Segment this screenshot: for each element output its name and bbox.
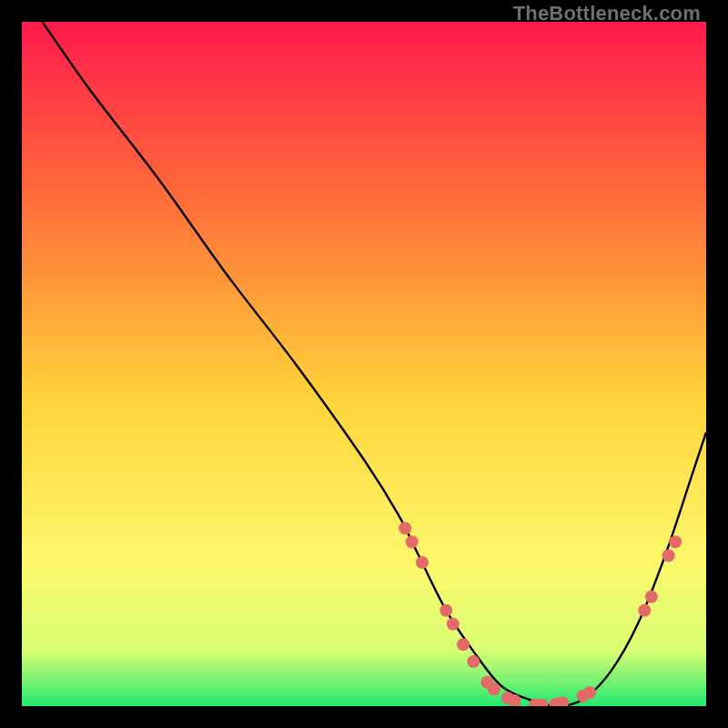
- gradient-background: [22, 22, 706, 706]
- data-point: [488, 682, 500, 695]
- data-point: [447, 618, 460, 631]
- data-point: [467, 655, 480, 668]
- chart-frame: [22, 22, 706, 706]
- data-point: [638, 604, 651, 617]
- data-point: [440, 604, 452, 617]
- data-point: [399, 521, 411, 534]
- data-point: [583, 686, 596, 699]
- data-point: [669, 536, 682, 549]
- data-point: [406, 536, 419, 549]
- bottleneck-chart: [22, 22, 706, 706]
- data-point: [416, 556, 429, 569]
- data-point: [662, 550, 675, 562]
- data-point: [457, 638, 470, 651]
- watermark-label: TheBottleneck.com: [513, 2, 701, 25]
- data-point: [645, 591, 658, 603]
